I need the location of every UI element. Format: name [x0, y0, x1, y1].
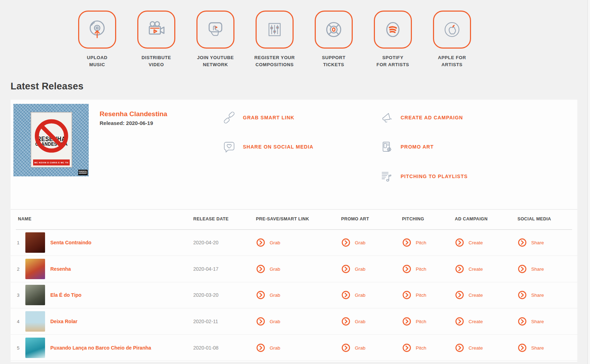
quick-action-distribute-video[interactable]: DISTRIBUTEVIDEO: [127, 11, 186, 68]
arrow-circle-icon: [402, 238, 412, 247]
arrow-circle-icon: [517, 317, 527, 326]
action-label: Grab: [270, 345, 280, 350]
album-art-banner: MC KEVIN O CHRIS E MC TH: [33, 159, 70, 165]
create-campaign-action[interactable]: Create: [455, 238, 483, 247]
arrow-circle-icon: [517, 290, 527, 300]
share-social-media-action[interactable]: SHARE ON SOCIAL MEDIA: [221, 139, 313, 155]
arrow-circle-icon: [402, 264, 412, 274]
arrow-circle-icon: [517, 264, 527, 274]
album-thumbnail[interactable]: [25, 259, 45, 279]
create-campaign-action[interactable]: Create: [455, 317, 483, 326]
share-action[interactable]: Share: [517, 238, 544, 247]
column-header-release-date: RELEASE DATE: [193, 216, 228, 221]
release-name-link[interactable]: Puxando Lança no Barco Cheio de Piranha: [50, 345, 151, 351]
create-campaign-action[interactable]: Create: [455, 290, 483, 300]
apple-icon: [441, 18, 463, 41]
arrow-circle-icon: [341, 290, 351, 300]
column-header-pitching: PITCHING: [402, 216, 424, 221]
grab-smart-link-action[interactable]: GRAB SMART LINK: [221, 109, 294, 126]
column-header-social-media: SOCIAL MEDIA: [517, 216, 551, 221]
quick-action-label: JOIN YOUTUBENETWORK: [197, 54, 234, 68]
table-row: 1 Senta Contraindo 2020-04-20 Grab Grab …: [11, 230, 577, 256]
album-thumbnail[interactable]: [25, 311, 45, 332]
quick-action-register-compositions[interactable]: REGISTER YOURCOMPOSITIONS: [245, 11, 304, 68]
spotify-for-artists-button[interactable]: [374, 11, 412, 49]
quick-action-support-tickets[interactable]: SUPPORTTICKETS: [304, 11, 363, 68]
promo-grab-action[interactable]: Grab: [341, 343, 365, 352]
release-name-link[interactable]: Ela É do Tipo: [50, 292, 81, 298]
quick-action-label: DISTRIBUTEVIDEO: [142, 54, 171, 68]
quick-action-spotify-for-artists[interactable]: SPOTIFYFOR ARTISTS: [363, 11, 422, 68]
row-index: 1: [17, 240, 19, 245]
arrow-circle-icon: [256, 290, 265, 300]
quick-action-apple-for-artists[interactable]: APPLE FORARTISTS: [422, 11, 482, 68]
share-action[interactable]: Share: [517, 264, 544, 274]
column-header-presave: PRE-SAVE/SMART LINK: [256, 216, 309, 221]
pitch-action[interactable]: Pitch: [402, 290, 426, 300]
album-thumbnail[interactable]: [25, 338, 45, 358]
distribute-video-button[interactable]: [137, 11, 175, 49]
presave-grab-action[interactable]: Grab: [256, 238, 280, 247]
album-thumbnail[interactable]: [25, 232, 45, 253]
promo-grab-action[interactable]: Grab: [341, 290, 365, 300]
releases-table-body: 1 Senta Contraindo 2020-04-20 Grab Grab …: [11, 230, 577, 361]
promo-art-action[interactable]: PROMO ART: [379, 139, 434, 155]
pitch-action[interactable]: Pitch: [402, 238, 426, 247]
featured-release-title[interactable]: Resenha Clandestina: [100, 110, 167, 118]
create-campaign-action[interactable]: Create: [455, 343, 483, 352]
release-name-link[interactable]: Deixa Rolar: [50, 319, 77, 324]
join-youtube-button[interactable]: [196, 11, 234, 49]
presave-grab-action[interactable]: Grab: [256, 264, 280, 274]
promo-grab-action[interactable]: Grab: [341, 317, 365, 326]
support-tickets-button[interactable]: [315, 11, 353, 49]
register-compositions-button[interactable]: [256, 11, 294, 49]
latest-releases-heading: Latest Releases: [11, 81, 83, 92]
arrow-circle-icon: [517, 343, 527, 352]
presave-grab-action[interactable]: Grab: [256, 317, 280, 326]
quick-action-label: UPLOADMUSIC: [87, 54, 108, 68]
pitching-playlists-action[interactable]: PITCHING TO PLAYLISTS: [379, 168, 468, 184]
quick-action-upload-music[interactable]: UPLOADMUSIC: [68, 11, 127, 68]
featured-album-art[interactable]: RESENHA CLANDESTINA MC KEVIN O CHRIS E M…: [13, 104, 89, 176]
arrow-circle-icon: [455, 317, 464, 326]
dashboard-page: UPLOADMUSIC DISTRIBUTEVIDEO JOIN YOUTUBE…: [0, 0, 590, 364]
upload-music-button[interactable]: [78, 11, 116, 49]
create-ad-campaign-action[interactable]: CREATE AD CAMPAIGN: [379, 109, 463, 126]
presave-grab-action[interactable]: Grab: [256, 343, 280, 352]
action-label: Grab: [270, 266, 280, 271]
action-label: Create: [469, 319, 483, 324]
action-label: Share: [531, 345, 544, 350]
release-date: 2020-01-08: [193, 345, 219, 351]
action-label: Grab: [355, 266, 365, 271]
release-name-link[interactable]: Resenha: [50, 266, 71, 272]
create-campaign-action[interactable]: Create: [455, 264, 483, 274]
share-action[interactable]: Share: [517, 343, 544, 352]
action-label: Grab: [355, 293, 365, 298]
promo-grab-action[interactable]: Grab: [341, 264, 365, 274]
release-name-link[interactable]: Senta Contraindo: [50, 240, 92, 245]
promo-grab-action[interactable]: Grab: [341, 238, 365, 247]
table-row: 2 Resenha 2020-04-17 Grab Grab Pitch Cre…: [11, 256, 577, 282]
latest-releases-card: RESENHA CLANDESTINA MC KEVIN O CHRIS E M…: [11, 100, 577, 362]
lifebuoy-icon: [322, 18, 345, 41]
release-date: 2020-02-11: [193, 319, 218, 324]
page-scrollbar[interactable]: [588, 0, 590, 364]
pitch-action[interactable]: Pitch: [402, 317, 426, 326]
share-action[interactable]: Share: [517, 290, 544, 300]
presave-grab-action[interactable]: Grab: [256, 290, 280, 300]
apple-for-artists-button[interactable]: [433, 11, 471, 49]
spotify-icon: [382, 18, 404, 41]
pitch-action[interactable]: Pitch: [402, 264, 426, 274]
action-label: Share: [531, 266, 544, 271]
action-label: Create: [469, 240, 483, 245]
action-label: Grab: [355, 345, 365, 350]
megaphone-icon: [379, 109, 395, 126]
quick-action-join-youtube[interactable]: JOIN YOUTUBENETWORK: [186, 11, 245, 68]
pitch-action[interactable]: Pitch: [402, 343, 426, 352]
share-action[interactable]: Share: [517, 317, 544, 326]
action-label: Grab: [270, 319, 280, 324]
quick-action-label: SPOTIFYFOR ARTISTS: [377, 54, 409, 68]
album-thumbnail[interactable]: [25, 285, 45, 305]
table-row: 5 Puxando Lança no Barco Cheio de Piranh…: [11, 335, 577, 361]
arrow-circle-icon: [256, 238, 265, 247]
